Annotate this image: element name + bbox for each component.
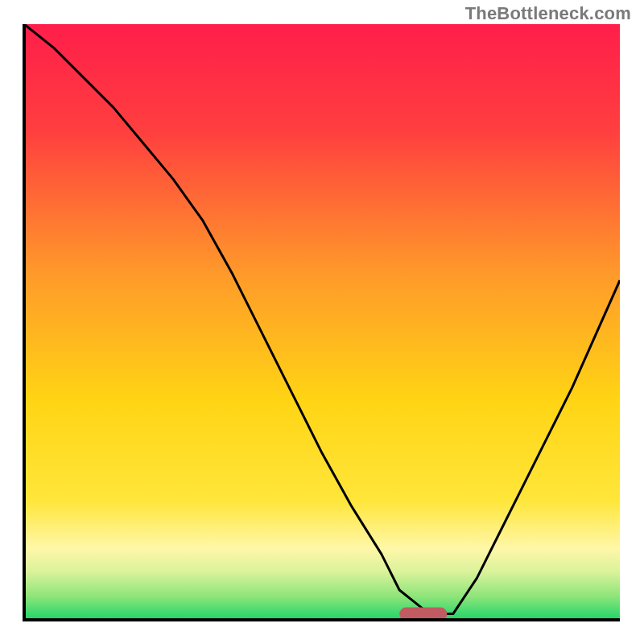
chart-svg: [0, 0, 644, 644]
watermark-text: TheBottleneck.com: [465, 3, 631, 24]
bottleneck-chart: TheBottleneck.com: [0, 0, 644, 644]
plot-background: [24, 24, 620, 620]
